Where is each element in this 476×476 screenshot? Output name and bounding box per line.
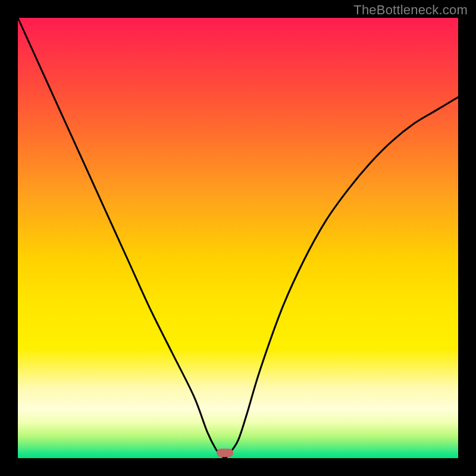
optimum-marker [217,449,233,457]
bottleneck-curve [18,18,458,458]
chart-frame: TheBottleneck.com [0,0,476,476]
watermark-text: TheBottleneck.com [353,2,468,18]
plot-area [18,18,458,458]
